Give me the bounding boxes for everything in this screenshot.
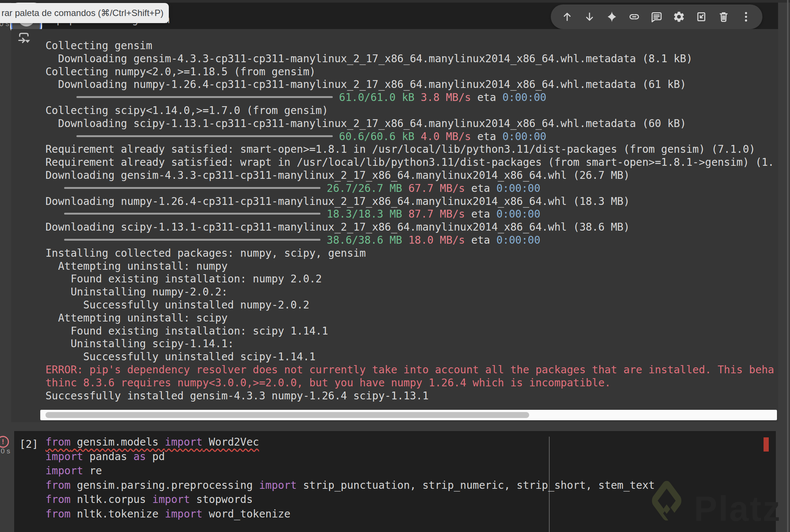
console-line: Downloading scipy-1.13.1-cp311-cp311-man… bbox=[45, 221, 778, 234]
console-line: Successfully uninstalled scipy-1.14.1 bbox=[45, 351, 778, 364]
cell2-exec-time: 0 s bbox=[1, 447, 10, 455]
console-line: thinc 8.3.6 requires numpy<3.0.0,>=2.0.0… bbox=[45, 377, 778, 390]
console-line: Downloading scipy-1.13.1-cp311-cp311-man… bbox=[45, 117, 778, 130]
scrollbar-thumb[interactable] bbox=[45, 412, 529, 418]
console-line: Installing collected packages: numpy, sc… bbox=[45, 247, 778, 260]
delete-cell-button[interactable] bbox=[715, 9, 732, 25]
move-cell-up-icon bbox=[561, 10, 573, 23]
error-icon[interactable]: ! bbox=[0, 436, 9, 448]
cell2-code[interactable]: from gensim.models import Word2Vecimport… bbox=[45, 435, 655, 521]
console-output: Collecting gensim Downloading gensim-4.3… bbox=[45, 39, 778, 406]
gemini-spark-icon bbox=[606, 10, 618, 23]
console-line: Downloading gensim-4.3.3-cp311-cp311-man… bbox=[45, 53, 778, 66]
more-actions-button[interactable] bbox=[738, 9, 754, 25]
console-line: Requirement already satisfied: wrapt in … bbox=[45, 156, 778, 169]
move-cell-up-button[interactable] bbox=[559, 9, 575, 25]
code-line: from nltk.tokenize import word_tokenize bbox=[45, 507, 655, 522]
editor-settings-button[interactable] bbox=[671, 9, 687, 25]
cell-toolbar bbox=[551, 4, 762, 29]
cell-top-divider bbox=[0, 0, 790, 3]
console-line: Collecting scipy<1.14.0,>=1.7.0 (from ge… bbox=[45, 104, 778, 117]
console-line: Downloading numpy-1.26.4-cp311-cp311-man… bbox=[45, 78, 778, 91]
editor-settings-icon bbox=[673, 10, 685, 23]
console-line: Attempting uninstall: numpy bbox=[45, 260, 778, 273]
page-scrollbar[interactable] bbox=[787, 0, 789, 532]
more-actions-icon bbox=[740, 10, 752, 23]
console-line: Requirement already satisfied: smart-ope… bbox=[45, 143, 778, 156]
console-line: Collecting gensim bbox=[45, 39, 778, 53]
cell-output-icon[interactable] bbox=[16, 31, 31, 46]
console-line: 61.0/61.0 kB 3.8 MB/s eta 0:00:00 bbox=[45, 91, 778, 104]
console-line: 38.6/38.6 MB 18.0 MB/s eta 0:00:00 bbox=[45, 234, 778, 247]
output-horizontal-scrollbar[interactable] bbox=[40, 410, 777, 420]
code-line: from nltk.corpus import stopwords bbox=[45, 493, 655, 507]
console-line: Uninstalling scipy-1.14.1: bbox=[45, 338, 778, 351]
delete-cell-icon bbox=[717, 10, 730, 23]
error-overview-marker bbox=[764, 437, 769, 452]
code-line: from gensim.models import Word2Vec bbox=[45, 435, 655, 450]
cell2-execution-count: [2] bbox=[19, 438, 38, 450]
console-line: 18.3/18.3 MB 87.7 MB/s eta 0:00:00 bbox=[45, 208, 778, 221]
console-line: Successfully installed gensim-4.3.3 nump… bbox=[45, 390, 778, 403]
mirror-cell-button[interactable] bbox=[693, 9, 710, 25]
gemini-spark-button[interactable] bbox=[604, 9, 620, 25]
move-cell-down-icon bbox=[583, 10, 596, 23]
console-line: 60.6/60.6 kB 4.0 MB/s eta 0:00:00 bbox=[45, 130, 778, 143]
copy-link-button[interactable] bbox=[626, 9, 642, 25]
comment-icon bbox=[650, 10, 663, 23]
console-line: 26.7/26.7 MB 67.7 MB/s eta 0:00:00 bbox=[45, 182, 778, 195]
colab-notebook: !pip install gensim 20 s rar paleta de c… bbox=[0, 0, 790, 532]
code-line: import re bbox=[45, 464, 655, 478]
console-line: Attempting uninstall: scipy bbox=[45, 312, 778, 325]
console-line: Downloading gensim-4.3.3-cp311-cp311-man… bbox=[45, 169, 778, 182]
console-line: Successfully uninstalled numpy-2.0.2 bbox=[45, 299, 778, 312]
move-cell-down-button[interactable] bbox=[581, 9, 598, 25]
platzi-watermark: Platz bbox=[694, 489, 781, 529]
mirror-cell-icon bbox=[695, 10, 708, 23]
console-line: Downloading numpy-1.26.4-cp311-cp311-man… bbox=[45, 195, 778, 208]
console-line: ERROR: pip's dependency resolver does no… bbox=[45, 364, 778, 377]
copy-link-icon bbox=[628, 10, 641, 23]
console-line: Collecting numpy<2.0,>=1.18.5 (from gens… bbox=[45, 66, 778, 79]
console-line: Found existing installation: scipy 1.14.… bbox=[45, 325, 778, 338]
command-palette-tooltip: rar paleta de comandos (⌘/Ctrl+Shift+P) bbox=[0, 3, 169, 23]
console-line: Uninstalling numpy-2.0.2: bbox=[45, 286, 778, 299]
console-line: Found existing installation: numpy 2.0.2 bbox=[45, 273, 778, 286]
comment-button[interactable] bbox=[648, 9, 665, 25]
code-line: from gensim.parsing.preprocessing import… bbox=[45, 478, 655, 493]
code-line: import pandas as pd bbox=[45, 450, 655, 464]
